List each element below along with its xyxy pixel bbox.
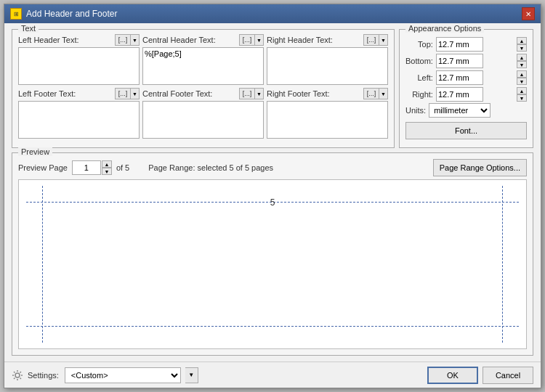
central-header-group: Central Header Text: [...] ▼ (142, 34, 264, 85)
settings-select[interactable]: <Custom> (65, 367, 181, 383)
right-footer-group: Right Footer Text: [...] ▼ (267, 88, 388, 139)
central-footer-insert-btn[interactable]: [...] (239, 88, 255, 99)
left-spin-down[interactable]: ▼ (517, 78, 527, 85)
preview-page-label: Preview Page (18, 163, 68, 172)
bottom-margin-line (26, 326, 519, 327)
preview-section-title: Preview (18, 147, 52, 156)
central-header-insert-btn[interactable]: [...] (239, 34, 255, 46)
central-footer-label: Central Footer Text: (142, 89, 212, 98)
bottom-spin-down[interactable]: ▼ (517, 61, 527, 68)
right-header-label-row: Right Header Text: [...] ▼ (267, 34, 388, 46)
dialog-footer-bar: Settings: <Custom> ▼ OK Cancel (4, 362, 541, 388)
central-footer-input[interactable] (142, 101, 264, 139)
top-spin-down[interactable]: ▼ (517, 44, 527, 52)
right-header-insert-arrow[interactable]: ▼ (379, 34, 388, 46)
appearance-grid: Top: ▲ ▼ Bottom: ▲ ▼ Left: (405, 37, 527, 102)
right-header-label: Right Header Text: (267, 36, 333, 44)
add-header-footer-dialog: ⊞ Add Header and Footer ✕ Text Left Head… (4, 4, 541, 388)
title-bar-left: ⊞ Add Header and Footer (10, 8, 117, 20)
appearance-section-title: Appearance Options (405, 24, 484, 33)
left-header-group: Left Header Text: [...] ▼ (18, 34, 140, 85)
header-fields-row: Left Header Text: [...] ▼ Central Header… (18, 34, 388, 85)
page-range-info: Page Range: selected 5 of 5 pages (148, 163, 273, 172)
preview-canvas: 5 (18, 179, 527, 349)
preview-page-spin-up[interactable]: ▲ (102, 160, 112, 168)
footer-right-buttons: OK Cancel (427, 367, 533, 384)
preview-section: Preview Preview Page ▲ ▼ of 5 Page Range… (12, 152, 533, 356)
central-header-label-row: Central Header Text: [...] ▼ (142, 34, 264, 46)
right-margin-line (502, 186, 503, 343)
right-spin-up[interactable]: ▲ (517, 87, 527, 94)
appearance-section: Appearance Options Top: ▲ ▼ Bottom: ▲ ▼ (399, 29, 533, 148)
bottom-label: Bottom: (405, 57, 433, 65)
preview-controls: Preview Page ▲ ▼ of 5 Page Range: select… (18, 159, 527, 176)
bottom-input[interactable] (436, 54, 483, 68)
right-footer-input[interactable] (267, 101, 388, 139)
left-footer-input[interactable] (18, 101, 140, 139)
left-footer-label: Left Footer Text: (18, 89, 76, 98)
preview-page: 5 (26, 186, 519, 343)
text-section-title: Text (18, 24, 39, 33)
left-spin-up[interactable]: ▲ (517, 70, 527, 78)
top-input[interactable] (436, 37, 483, 52)
left-header-insert-arrow[interactable]: ▼ (131, 34, 140, 46)
top-spinner: ▲ ▼ (517, 37, 527, 52)
top-label: Top: (405, 40, 433, 49)
preview-page-spinner: ▲ ▼ (102, 160, 112, 175)
cancel-button[interactable]: Cancel (483, 367, 533, 384)
ok-button[interactable]: OK (427, 367, 478, 384)
left-footer-group: Left Footer Text: [...] ▼ (18, 88, 140, 139)
left-margin-label: Left: (405, 73, 433, 82)
central-footer-label-row: Central Footer Text: [...] ▼ (142, 88, 264, 99)
close-button[interactable]: ✕ (522, 7, 535, 20)
left-footer-insert-btn[interactable]: [...] (115, 88, 131, 99)
bottom-spin-up[interactable]: ▲ (517, 54, 527, 61)
right-footer-insert-btn[interactable]: [...] (363, 88, 379, 99)
right-footer-label: Right Footer Text: (267, 89, 330, 98)
preview-of-label: of 5 (116, 163, 129, 172)
settings-label: Settings: (28, 371, 59, 380)
left-header-label-row: Left Header Text: [...] ▼ (18, 34, 140, 46)
left-header-input[interactable] (18, 47, 140, 85)
central-header-input[interactable] (142, 47, 264, 85)
page-range-options-button[interactable]: Page Range Options... (433, 159, 527, 176)
right-spin-down[interactable]: ▼ (517, 94, 527, 102)
right-header-group: Right Header Text: [...] ▼ (267, 34, 388, 85)
central-header-insert-arrow[interactable]: ▼ (255, 34, 264, 46)
bottom-spinner: ▲ ▼ (517, 54, 527, 68)
left-spinner: ▲ ▼ (517, 70, 527, 85)
top-row: Text Left Header Text: [...] ▼ (12, 29, 533, 148)
left-footer-insert-arrow[interactable]: ▼ (131, 88, 140, 99)
left-margin-line (42, 186, 43, 343)
left-header-insert-btn[interactable]: [...] (115, 34, 131, 46)
font-button[interactable]: Font... (405, 122, 527, 139)
right-header-insert-btn[interactable]: [...] (363, 34, 379, 46)
units-select[interactable]: millimeter inch centimeter (429, 103, 490, 118)
central-footer-insert-arrow[interactable]: ▼ (255, 88, 264, 99)
right-spinner: ▲ ▼ (517, 87, 527, 102)
right-footer-insert-arrow[interactable]: ▼ (379, 88, 388, 99)
right-margin-label: Right: (405, 90, 433, 99)
settings-icon (12, 369, 23, 381)
preview-page-input[interactable] (72, 160, 101, 175)
central-header-label: Central Header Text: (142, 36, 216, 44)
page-number-display: 5 (270, 197, 275, 208)
central-footer-group: Central Footer Text: [...] ▼ (142, 88, 264, 139)
units-row: Units: millimeter inch centimeter (405, 103, 527, 118)
top-spin-up[interactable]: ▲ (517, 37, 527, 44)
dialog-title: Add Header and Footer (26, 9, 117, 19)
preview-page-spin-down[interactable]: ▼ (102, 168, 112, 175)
dialog-icon: ⊞ (10, 8, 22, 20)
settings-dropdown-arrow[interactable]: ▼ (185, 367, 198, 383)
right-footer-label-row: Right Footer Text: [...] ▼ (267, 88, 388, 99)
right-input[interactable] (436, 87, 483, 102)
footer-fields-row: Left Footer Text: [...] ▼ Central Footer… (18, 88, 388, 139)
dialog-body: Text Left Header Text: [...] ▼ (4, 23, 541, 362)
left-header-label: Left Header Text: (18, 36, 79, 44)
title-bar: ⊞ Add Header and Footer ✕ (4, 4, 541, 23)
right-header-input[interactable] (267, 47, 388, 85)
left-input[interactable] (436, 70, 483, 85)
units-label: Units: (405, 106, 426, 115)
text-section: Text Left Header Text: [...] ▼ (12, 29, 395, 148)
svg-point-0 (15, 373, 20, 377)
